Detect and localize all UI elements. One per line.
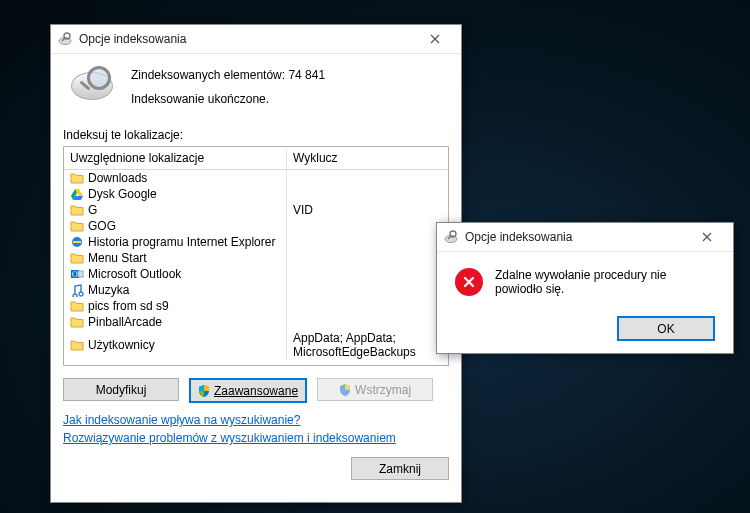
location-name: Muzyka [88, 283, 129, 297]
location-exclude: AppData; AppData; MicrosoftEdgeBackups [287, 330, 448, 360]
location-row[interactable]: GVID [64, 202, 448, 218]
svg-text:O: O [72, 270, 78, 279]
link-how-affects[interactable]: Jak indeksowanie wpływa na wyszukiwanie? [63, 413, 300, 427]
location-row[interactable]: UżytkownicyAppData; AppData; MicrosoftEd… [64, 330, 448, 360]
indexed-count: Zindeksowanych elementów: 74 841 [131, 68, 325, 82]
close-button[interactable] [687, 225, 727, 249]
col-included-header[interactable]: Uwzględnione lokalizacje [64, 147, 287, 169]
location-exclude [287, 170, 448, 186]
location-name: GOG [88, 219, 116, 233]
titlebar: Opcje indeksowania [51, 25, 461, 54]
app-icon [443, 229, 459, 245]
close-main-button[interactable]: Zamknij [351, 457, 449, 480]
svg-rect-6 [78, 271, 83, 277]
location-row[interactable]: PinballArcade [64, 314, 448, 330]
indexing-options-window: Opcje indeksowania Zindeksowanych elemen… [50, 24, 462, 503]
location-name: Microsoft Outlook [88, 267, 181, 281]
ie-icon [70, 235, 84, 249]
location-name: Użytkownicy [88, 338, 155, 352]
location-exclude [287, 314, 448, 330]
folder-icon [70, 203, 84, 217]
location-row[interactable]: GOG [64, 218, 448, 234]
ok-button[interactable]: OK [617, 316, 715, 341]
folder-icon [70, 315, 84, 329]
locations-listbox: Uwzględnione lokalizacje Wyklucz Downloa… [63, 146, 449, 366]
shield-icon [339, 384, 351, 396]
location-exclude [287, 218, 448, 234]
location-exclude [287, 298, 448, 314]
col-exclude-header[interactable]: Wyklucz [287, 147, 448, 169]
error-icon [455, 268, 483, 296]
location-exclude: VID [287, 202, 448, 218]
indexing-status: Indeksowanie ukończone. [131, 92, 325, 106]
location-row[interactable]: Historia programu Internet Explorer [64, 234, 448, 250]
folder-icon [70, 299, 84, 313]
location-row[interactable]: Dysk Google [64, 186, 448, 202]
window-title: Opcje indeksowania [79, 32, 415, 46]
shield-icon [198, 385, 210, 397]
titlebar: Opcje indeksowania [437, 223, 733, 252]
location-exclude [287, 282, 448, 298]
modify-button[interactable]: Modyfikuj [63, 378, 179, 401]
location-name: Historia programu Internet Explorer [88, 235, 275, 249]
location-row[interactable]: Menu Start [64, 250, 448, 266]
folder-icon [70, 251, 84, 265]
location-row[interactable]: OMicrosoft Outlook [64, 266, 448, 282]
location-name: Menu Start [88, 251, 147, 265]
dialog-title: Opcje indeksowania [465, 230, 687, 244]
location-row[interactable]: Muzyka [64, 282, 448, 298]
location-name: PinballArcade [88, 315, 162, 329]
location-exclude [287, 266, 448, 282]
folder-icon [70, 338, 84, 352]
folder-icon [70, 219, 84, 233]
locations-label: Indeksuj te lokalizacje: [63, 128, 449, 142]
location-row[interactable]: pics from sd s9 [64, 298, 448, 314]
status-row: Zindeksowanych elementów: 74 841 Indekso… [63, 66, 449, 114]
link-troubleshoot[interactable]: Rozwiązywanie problemów z wyszukiwaniem … [63, 431, 396, 445]
gdrive-icon [70, 187, 84, 201]
location-exclude [287, 234, 448, 250]
location-row[interactable]: Downloads [64, 170, 448, 186]
close-button[interactable] [415, 27, 455, 51]
location-name: Dysk Google [88, 187, 157, 201]
folder-icon [70, 171, 84, 185]
location-name: Downloads [88, 171, 147, 185]
app-icon [57, 31, 73, 47]
error-message: Zdalne wywołanie procedury nie powiodło … [495, 268, 715, 296]
outlook-icon: O [70, 267, 84, 281]
location-name: G [88, 203, 97, 217]
location-exclude [287, 250, 448, 266]
magnifier-icon [69, 66, 117, 114]
music-icon [70, 283, 84, 297]
advanced-button[interactable]: Zaawansowane [189, 378, 307, 403]
location-exclude [287, 186, 448, 202]
error-dialog: Opcje indeksowania Zdalne wywołanie proc… [436, 222, 734, 354]
location-name: pics from sd s9 [88, 299, 169, 313]
pause-button: Wstrzymaj [317, 378, 433, 401]
